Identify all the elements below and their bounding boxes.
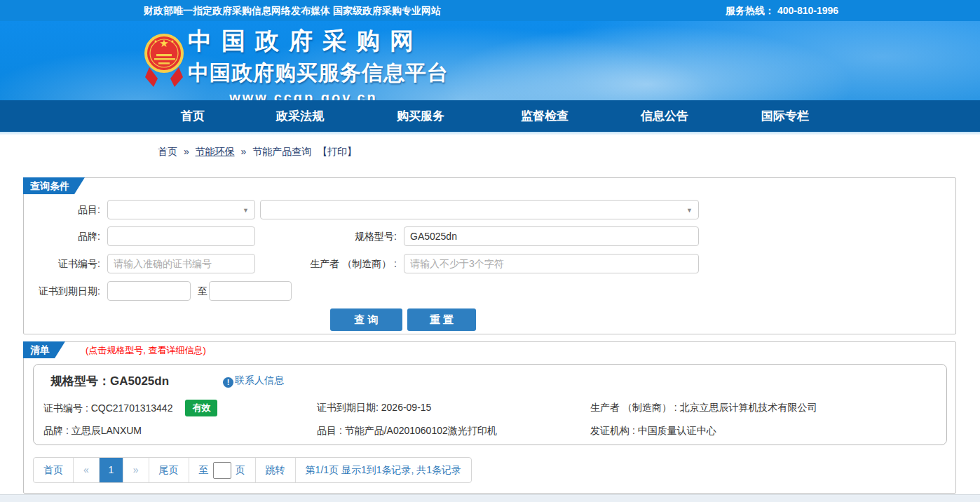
brand-input[interactable] [107,226,255,246]
expiry-field-value: 2026-09-15 [381,402,432,413]
expiry-end-input[interactable] [209,281,292,301]
category-cell: 品目 : 节能产品/A0201060102激光打印机 [317,425,497,437]
cert-no-field-label: 证书编号 : [43,402,91,414]
query-panel-tab: 查询条件 [23,177,85,194]
expiry-start-input[interactable] [107,281,191,301]
cert-no-cell: 证书编号 : CQC21701313442有效 [43,400,217,416]
category-select-2[interactable]: ▼ [260,200,699,219]
category-field-value: 节能产品/A0201060102激光打印机 [345,425,497,436]
site-subtitle: 中国政府购买服务信息平台 [188,59,449,88]
chevron-down-icon: ▼ [243,201,249,220]
info-icon: ! [223,377,233,388]
service-hotline: 服务热线： 400-810-1996 [726,0,838,21]
issuer-field-label: 发证机构 : [590,425,638,436]
svg-text:★: ★ [170,39,174,43]
nav-item-home[interactable]: 首页 [151,100,235,132]
manufacturer-input[interactable] [404,254,699,273]
result-card: 规格型号：GA5025dn !联系人信息 证书编号 : CQC217013134… [33,364,947,445]
issuer-cell: 发证机构 : 中国质量认证中心 [590,425,716,437]
brand-field-value: 立思辰LANXUM [72,425,142,436]
manufacturer-cell: 生产者 （制造商） : 北京立思辰计算机技术有限公司 [590,402,817,414]
category-field-label: 品目 : [317,425,345,436]
chevron-down-icon: ▼ [686,201,693,220]
breadcrumb-current: 节能产品查询 [252,146,311,157]
hotline-number: 400-810-1996 [777,5,838,16]
nav-item-announcements[interactable]: 信息公告 [622,100,707,132]
brand-cell: 品牌 : 立思辰LANXUM [43,425,142,437]
expiry-date-label: 证书到期日期: [24,281,100,301]
breadcrumb-separator: » [240,146,246,157]
cert-no-field-value: CQC21701313442 [91,402,173,414]
category-label: 品目: [24,200,100,219]
search-button[interactable]: 查 询 [330,308,402,331]
list-panel-tab: 清单 [23,341,65,358]
contact-info-label: 联系人信息 [235,374,284,386]
top-bar: 财政部唯一指定政府采购信息网络发布媒体 国家级政府采购专业网站 服务热线： 40… [0,0,980,21]
list-hint: (点击规格型号, 查看详细信息) [86,342,206,359]
site-banner: ★ ★ ★ 中国政府采购网 中国政府购买服务信息平台 www.ccgp.gov.… [0,21,980,100]
brand-field-label: 品牌 : [43,425,72,436]
pagination-goto: 至 页 [189,458,256,482]
pagination: 首页 « 1 » 尾页 至 页 跳转 第1/1页 显示1到1条记录, 共1条记录 [33,457,472,483]
site-slogan: 财政部唯一指定政府采购信息网络发布媒体 国家级政府采购专业网站 [144,0,441,21]
national-emblem-logo: ★ ★ ★ [144,28,184,93]
result-title: 规格型号：GA5025dn [50,373,169,389]
list-panel: 清单 (点击规格型号, 查看详细信息) 规格型号：GA5025dn !联系人信息… [23,341,956,494]
print-link[interactable]: 【打印】 [318,146,357,157]
brand-label: 品牌: [24,226,100,246]
pagination-summary: 第1/1页 显示1到1条记录, 共1条记录 [296,458,472,482]
nav-item-regulations[interactable]: 政采法规 [258,100,342,132]
pagination-first[interactable]: 首页 [34,458,74,482]
contact-info-link[interactable]: !联系人信息 [223,374,284,388]
hotline-label: 服务热线： [726,5,775,16]
manufacturer-field-label: 生产者 （制造商） : [590,402,680,413]
query-panel: 查询条件 品目: ▼ ▼ 品牌: 规格型号: 证书编号: 生产者 （制造商） :… [23,177,956,334]
date-range-to-label: 至 [195,281,210,301]
svg-text:★: ★ [154,39,157,43]
result-model-label: 规格型号： [50,374,110,388]
expiry-field-label: 证书到期日期: [317,402,381,413]
result-model-value[interactable]: GA5025dn [110,374,169,388]
pagination-next[interactable]: » [123,458,149,482]
goto-page-input[interactable] [213,462,231,479]
model-input[interactable] [404,226,699,246]
model-label: 规格型号: [262,226,397,246]
pagination-jump-button[interactable]: 跳转 [256,458,296,482]
breadcrumb-section[interactable]: 节能环保 [196,146,235,157]
main-nav: 首页 政采法规 购买服务 监督检查 信息公告 国际专栏 [0,100,980,132]
manufacturer-label: 生产者 （制造商） : [234,254,397,273]
cert-no-input[interactable] [107,254,255,273]
footer-strip [0,494,980,502]
svg-text:★: ★ [159,37,168,49]
manufacturer-field-value: 北京立思辰计算机技术有限公司 [680,402,817,413]
pagination-prev[interactable]: « [74,458,100,482]
site-title: 中国政府采购网 [188,25,449,57]
goto-suffix-label: 页 [236,458,245,482]
status-badge: 有效 [185,400,217,416]
expiry-cell: 证书到期日期: 2026-09-15 [317,402,431,414]
pagination-last[interactable]: 尾页 [149,458,189,482]
banner-text: 中国政府采购网 中国政府购买服务信息平台 www.ccgp.gov.cn [188,25,449,106]
breadcrumb-home[interactable]: 首页 [158,146,177,157]
breadcrumb: 首页 » 节能环保 » 节能产品查询 【打印】 [158,146,360,158]
goto-prefix-label: 至 [199,458,209,482]
nav-item-supervision[interactable]: 监督检查 [503,100,587,132]
category-select-1[interactable]: ▼ [107,200,255,219]
issuer-field-value: 中国质量认证中心 [638,425,716,436]
breadcrumb-separator: » [184,146,189,157]
cert-no-label: 证书编号: [24,254,100,273]
pagination-page-1[interactable]: 1 [100,458,123,482]
reset-button[interactable]: 重 置 [407,308,476,331]
nav-item-purchase-services[interactable]: 购买服务 [379,100,463,132]
nav-item-international[interactable]: 国际专栏 [743,100,827,132]
